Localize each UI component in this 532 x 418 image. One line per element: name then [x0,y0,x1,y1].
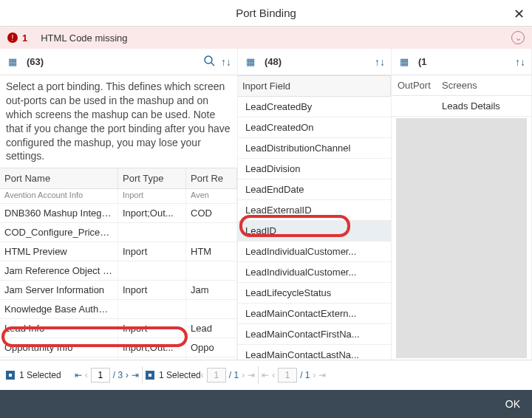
cell-ref: HTM [186,242,237,261]
table-row[interactable]: Opportunity InfoInport;Out...Oppo [0,338,237,357]
col1-pagination: ⇤ ‹ / 3 › ⇥ [75,368,139,383]
col3-count: (1 [418,56,509,67]
cell-ref [186,300,237,318]
next-page-icon[interactable]: › [126,370,129,380]
grid-icon[interactable]: ▦ [398,56,411,67]
list-item[interactable]: LeadDistributionChannel [238,138,391,159]
title-bar: Port Binding ✕ [0,0,532,27]
table-row[interactable]: Jam Reference Object In... [0,261,237,281]
cell-name: Jam Reference Object In... [0,261,118,280]
list-item[interactable]: LeadMainContactFirstNa... [238,324,391,345]
list-item[interactable]: LeadLifecycleStatus [238,283,391,304]
cell-ref: Aven [186,189,237,203]
list-item[interactable]: LeadID [238,221,391,241]
cell-type: Inport [118,242,186,261]
last-page-icon[interactable]: ⇥ [248,370,255,380]
prev-page-icon[interactable]: ‹ [201,370,204,380]
cell-name: Opportunity Info [0,338,118,357]
grid-icon[interactable]: ▦ [244,56,257,67]
table-row[interactable]: Order InformationInportOrde [0,357,237,360]
page-input[interactable] [278,368,297,383]
grid-icon[interactable]: ▦ [6,56,19,67]
col2-selected: 1 Selected [159,370,201,380]
list-item[interactable]: LeadCreatedOn [238,117,391,138]
next-page-icon[interactable]: › [242,370,245,380]
col-inport-field[interactable]: Inport Field [238,76,391,96]
page-input[interactable] [207,368,226,383]
screen-item[interactable]: Leads Details [392,96,531,117]
list-item[interactable]: LeadMainContactExtern... [238,304,391,324]
page-total: / 1 [300,370,310,380]
footer: 1 Selected ⇤ ‹ / 3 › ⇥ 1 Selected ‹ / 1 … [0,360,532,390]
page-total: / 3 [113,370,123,380]
col-port-ref[interactable]: Port Re [186,168,237,188]
last-page-icon[interactable]: ⇥ [318,370,326,380]
cell-type [118,300,186,318]
error-count: 1 [22,32,27,44]
screens-panel: ▦ (1 ↑↓ OutPort Screens Leads Details [392,49,532,360]
prev-page-icon[interactable]: ‹ [85,370,88,380]
table-row[interactable]: COD_Configure_Price_... [0,223,237,242]
port-table-body: Avention Account InfoInportAvenDNB360 Ma… [0,189,237,360]
sort-icon[interactable]: ↑↓ [515,56,525,68]
close-icon[interactable]: ✕ [514,6,525,22]
port-binding-panel: ▦ (63) ↑↓ Select a port binding. This de… [0,49,238,360]
cell-ref: Orde [186,357,237,360]
col-outport[interactable]: OutPort [392,75,436,95]
table-row[interactable]: Lead InfoInportLead [0,319,237,338]
list-item[interactable]: LeadIndividualCustomer... [238,262,391,283]
ok-button[interactable]: OK [505,398,520,410]
inport-list: LeadCreatedByLeadCreatedOnLeadDistributi… [238,97,391,360]
list-item[interactable]: LeadCreatedBy [238,97,391,117]
svg-line-1 [211,63,214,66]
col-screens[interactable]: Screens [436,75,483,95]
cell-type: Inport [118,189,186,203]
select-indicator[interactable] [146,371,154,380]
cell-type [118,223,186,241]
table-row[interactable]: Knowledge Base Authen... [0,300,237,319]
expand-errors-icon[interactable]: ⌄ [511,31,525,44]
list-item[interactable]: LeadDivision [238,159,391,179]
col-port-name[interactable]: Port Name [0,168,118,188]
prev-page-icon[interactable]: ‹ [272,370,275,380]
last-page-icon[interactable]: ⇥ [132,370,139,380]
cell-name: DNB360 Mashup Integra... [0,204,118,222]
page-total: / 1 [229,370,239,380]
cell-name: Jam Server Information [0,281,118,299]
cell-type: Inport [118,281,186,299]
search-icon[interactable] [203,55,215,69]
page-input[interactable] [91,368,110,383]
list-item[interactable]: LeadIndividualCustomer... [238,241,391,262]
empty-area [396,118,527,358]
cell-type [118,261,186,280]
error-bar: ! 1 HTML Code missing ⌄ [0,27,532,49]
table-row[interactable]: Avention Account InfoInportAven [0,189,237,204]
table-row[interactable]: Jam Server InformationInportJam [0,281,237,300]
list-item[interactable]: LeadEndDate [238,179,391,200]
cell-ref: Lead [186,319,237,338]
cell-ref: Oppo [186,338,237,357]
list-item[interactable]: LeadExternalID [238,200,391,221]
table-header: Port Name Port Type Port Re [0,168,237,189]
next-page-icon[interactable]: › [313,370,316,380]
first-page-icon[interactable]: ⇤ [262,370,269,380]
error-message: HTML Code missing [41,32,127,44]
col2-pagination: ‹ / 1 › ⇥ [201,368,255,383]
first-page-icon[interactable]: ⇤ [75,370,82,380]
col1-selected: 1 Selected [19,370,61,380]
description-text: Select a port binding. This defines whic… [0,75,237,168]
error-icon: ! [7,32,18,43]
cell-name: COD_Configure_Price_... [0,223,118,241]
table-row[interactable]: HTML PreviewInportHTM [0,242,237,261]
list-item[interactable]: LeadMainContactLastNa... [238,345,391,360]
sort-icon[interactable]: ↑↓ [221,56,231,68]
cell-type: Inport [118,357,186,360]
table-row[interactable]: DNB360 Mashup Integra...Inport;Out...COD [0,204,237,223]
cell-ref [186,223,237,241]
col-port-type[interactable]: Port Type [118,168,186,188]
sort-icon[interactable]: ↑↓ [375,56,385,68]
cell-ref: Jam [186,281,237,299]
col3-pagination: ⇤ ‹ / 1 › ⇥ [262,368,326,383]
cell-type: Inport;Out... [118,204,186,222]
select-indicator[interactable] [6,371,15,380]
